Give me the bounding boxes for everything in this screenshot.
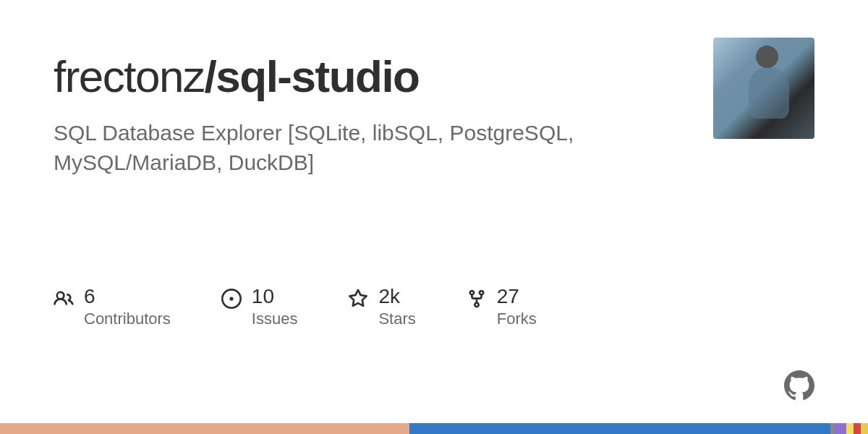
stat-issues: 10 Issues: [221, 286, 298, 328]
language-segment: [846, 423, 854, 434]
stat-value: 10: [252, 286, 298, 308]
repo-name: sql-studio: [216, 51, 419, 101]
avatar: [713, 38, 814, 139]
stats-row: 6 Contributors 10 Issues 2k Stars 27 For…: [54, 286, 814, 328]
fork-icon: [467, 289, 487, 309]
stat-value: 2k: [378, 286, 415, 308]
stat-forks: 27 Forks: [467, 286, 537, 328]
language-segment: [835, 423, 846, 434]
language-bar: [0, 423, 868, 434]
language-segment: [854, 423, 861, 434]
language-segment: [861, 423, 868, 434]
stat-label: Issues: [252, 310, 298, 328]
repo-separator: /: [205, 51, 216, 101]
stat-label: Stars: [378, 310, 415, 328]
stat-value: 27: [497, 286, 537, 308]
stat-label: Contributors: [84, 310, 171, 328]
language-segment: [409, 423, 830, 434]
stat-stars: 2k Stars: [348, 286, 415, 328]
star-icon: [348, 289, 368, 309]
repo-description: SQL Database Explorer [SQLite, libSQL, P…: [54, 119, 603, 177]
stat-contributors: 6 Contributors: [54, 286, 171, 328]
issue-icon: [221, 289, 242, 309]
people-icon: [54, 289, 74, 309]
language-segment: [0, 423, 409, 434]
repo-title: frectonz/sql-studio: [54, 52, 684, 101]
github-logo-icon: [784, 370, 814, 401]
stat-label: Forks: [497, 310, 537, 328]
stat-value: 6: [84, 286, 171, 308]
repo-owner: frectonz: [54, 51, 205, 101]
